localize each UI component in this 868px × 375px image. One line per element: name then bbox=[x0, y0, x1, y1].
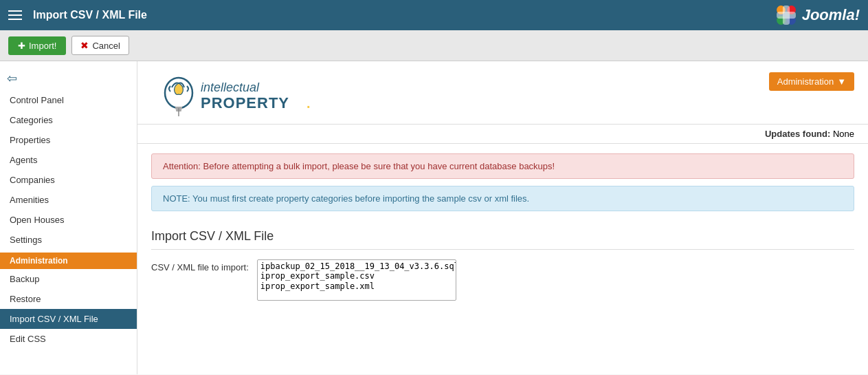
svg-text:intellectual: intellectual bbox=[201, 81, 260, 94]
sidebar-section-administration: Administration bbox=[0, 253, 137, 269]
svg-text:.: . bbox=[307, 96, 311, 111]
content-section: Import CSV / XML File CSV / XML file to … bbox=[137, 218, 868, 319]
back-button[interactable]: ⇦ bbox=[0, 67, 137, 90]
topbar: Import CSV / XML File Joomla! bbox=[0, 0, 868, 30]
joomla-logo: Joomla! bbox=[773, 2, 860, 28]
cancel-label: Cancel bbox=[92, 41, 120, 51]
import-button[interactable]: ✚ Import! bbox=[8, 36, 66, 55]
joomla-icon bbox=[773, 2, 799, 28]
updates-value: None bbox=[833, 129, 854, 139]
cancel-button[interactable]: ✖ Cancel bbox=[71, 36, 129, 55]
sidebar-item-properties[interactable]: Properties bbox=[0, 130, 137, 150]
hamburger-icon[interactable] bbox=[8, 10, 22, 20]
file-list-select[interactable]: ipbackup_02_15_2018__19_13_04_v3.3.6.sql… bbox=[257, 259, 456, 301]
svg-rect-5 bbox=[777, 12, 796, 19]
updates-label: Updates found: bbox=[765, 129, 830, 139]
svg-text:PROPERTY: PROPERTY bbox=[201, 94, 289, 111]
sidebar-item-import-csv[interactable]: Import CSV / XML File bbox=[0, 309, 137, 329]
import-label: Import! bbox=[29, 41, 56, 51]
x-icon: ✖ bbox=[80, 40, 89, 51]
topbar-right: Joomla! bbox=[773, 2, 860, 28]
file-option-2[interactable]: iprop_export_sample.xml bbox=[260, 281, 453, 291]
sidebar-item-amenities[interactable]: Amenities bbox=[0, 190, 137, 210]
main-content: intellectual PROPERTY . Administration ▼… bbox=[137, 61, 868, 374]
sidebar-item-restore[interactable]: Restore bbox=[0, 289, 137, 309]
alert-info: NOTE: You must first create property cat… bbox=[151, 186, 854, 211]
section-title: Import CSV / XML File bbox=[151, 229, 854, 250]
file-option-0[interactable]: ipbackup_02_15_2018__19_13_04_v3.3.6.sql… bbox=[260, 261, 453, 271]
file-option-1[interactable]: iprop_export_sample.csv bbox=[260, 271, 453, 281]
topbar-left: Import CSV / XML File bbox=[8, 9, 147, 21]
administration-button[interactable]: Administration ▼ bbox=[769, 72, 854, 91]
administration-label: Administration bbox=[777, 76, 834, 87]
sidebar-item-control-panel[interactable]: Control Panel bbox=[0, 90, 137, 110]
chevron-down-icon: ▼ bbox=[837, 76, 846, 87]
sidebar-item-backup[interactable]: Backup bbox=[0, 269, 137, 289]
sidebar: ⇦ Control Panel Categories Properties Ag… bbox=[0, 61, 137, 374]
sidebar-item-companies[interactable]: Companies bbox=[0, 170, 137, 190]
updates-row: Updates found: None bbox=[137, 125, 868, 144]
main-header: intellectual PROPERTY . Administration ▼ bbox=[137, 61, 868, 125]
form-row-file: CSV / XML file to import: ipbackup_02_15… bbox=[151, 259, 854, 301]
plus-icon: ✚ bbox=[18, 41, 25, 51]
logo-area: intellectual PROPERTY . bbox=[151, 72, 316, 117]
toolbar: ✚ Import! ✖ Cancel bbox=[0, 30, 868, 61]
intellectual-property-logo: intellectual PROPERTY . bbox=[151, 72, 316, 117]
alert-danger: Attention: Before attempting a bulk impo… bbox=[151, 153, 854, 179]
sidebar-item-edit-css[interactable]: Edit CSS bbox=[0, 329, 137, 349]
joomla-text: Joomla! bbox=[802, 6, 860, 24]
sidebar-item-categories[interactable]: Categories bbox=[0, 110, 137, 130]
sidebar-item-settings[interactable]: Settings bbox=[0, 230, 137, 250]
sidebar-item-agents[interactable]: Agents bbox=[0, 150, 137, 170]
sidebar-item-open-houses[interactable]: Open Houses bbox=[0, 210, 137, 230]
file-label: CSV / XML file to import: bbox=[151, 259, 249, 272]
layout: ⇦ Control Panel Categories Properties Ag… bbox=[0, 61, 868, 374]
page-title: Import CSV / XML File bbox=[33, 9, 147, 21]
